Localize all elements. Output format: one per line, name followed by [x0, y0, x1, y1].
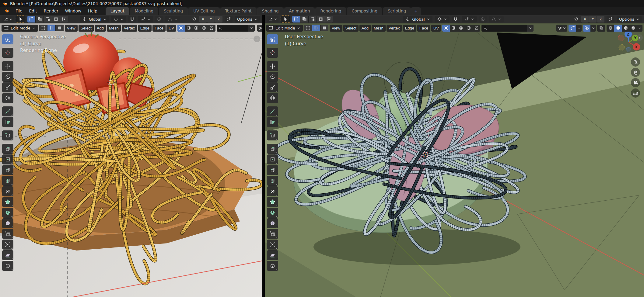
- snap-toggle[interactable]: [452, 16, 460, 22]
- viewport-menu[interactable]: Vertex: [387, 25, 402, 32]
- select-subtract-button[interactable]: [309, 16, 317, 22]
- mirror-z-button[interactable]: Z: [597, 16, 604, 22]
- tool-knife[interactable]: [267, 186, 278, 196]
- vertex-select-button[interactable]: [39, 25, 47, 31]
- tool-annotate[interactable]: [267, 106, 278, 116]
- viewport-menu[interactable]: Add: [359, 25, 371, 32]
- viewport-menu[interactable]: Select: [343, 25, 359, 32]
- select-extend-button[interactable]: [36, 16, 44, 22]
- framed-square-button[interactable]: [177, 25, 185, 32]
- search-input[interactable]: [488, 26, 525, 30]
- object-visibility-dropdown[interactable]: [556, 25, 567, 32]
- viewport-menu[interactable]: Mesh: [107, 25, 121, 32]
- viewport-menu[interactable]: View: [65, 25, 78, 32]
- show-gizmo-toggle[interactable]: [569, 25, 576, 32]
- workspace-tab[interactable]: Layout: [106, 7, 129, 15]
- tool-inset-faces[interactable]: [267, 154, 278, 164]
- proportional-editing-toggle[interactable]: [155, 16, 163, 22]
- workspace-tab[interactable]: Modeling: [130, 7, 158, 15]
- tool-smooth[interactable]: [2, 218, 13, 228]
- edge-select-button[interactable]: [47, 25, 55, 31]
- viewport-menu[interactable]: Edge: [138, 25, 152, 32]
- face-select-button[interactable]: [320, 25, 328, 31]
- menubar-menu[interactable]: Render: [40, 7, 62, 15]
- viewport-menu[interactable]: UV: [166, 25, 176, 32]
- viewport-menu[interactable]: Edge: [403, 25, 416, 32]
- snap-base-button[interactable]: [607, 16, 614, 22]
- zoom-button[interactable]: [631, 57, 640, 67]
- search-input[interactable]: [224, 26, 247, 30]
- workspace-tab[interactable]: Scripting: [383, 7, 411, 15]
- face-select-button[interactable]: [56, 25, 64, 31]
- orientation-dropdown[interactable]: Global: [80, 16, 109, 22]
- options-dropdown[interactable]: Options: [617, 16, 642, 22]
- viewport-menu[interactable]: View: [330, 25, 342, 32]
- workspace-tab[interactable]: Shading: [257, 7, 284, 15]
- viewport-menu[interactable]: Mesh: [372, 25, 386, 32]
- tool-settings-dropdown[interactable]: [267, 16, 278, 22]
- sidebar-collapse-button[interactable]: [254, 36, 260, 42]
- tool-extrude-region[interactable]: [2, 144, 13, 154]
- mirror-x-button[interactable]: X: [199, 16, 207, 22]
- tool-shrink-fatten[interactable]: [2, 240, 13, 250]
- menubar-menu[interactable]: Edit: [26, 7, 40, 15]
- tool-shear[interactable]: [2, 250, 13, 260]
- workspace-tab[interactable]: Texture Paint: [220, 7, 257, 15]
- tool-select-box[interactable]: [267, 34, 278, 44]
- pivot-dropdown[interactable]: [111, 16, 126, 22]
- tool-cursor[interactable]: [267, 48, 278, 58]
- workspace-tab[interactable]: Animation: [284, 7, 315, 15]
- pan-button[interactable]: [631, 68, 640, 77]
- workspace-tab[interactable]: Sculpting: [159, 7, 188, 15]
- mode-dropdown[interactable]: Edit Mode: [2, 25, 38, 32]
- tool-measure[interactable]: [2, 117, 13, 127]
- viewport-search[interactable]: [217, 25, 248, 32]
- brush-button[interactable]: [208, 25, 215, 32]
- neg-y-axis-ball[interactable]: [619, 44, 625, 50]
- tool-cursor[interactable]: [2, 48, 13, 58]
- falloff-dropdown[interactable]: [165, 16, 180, 22]
- edge-select-button[interactable]: [312, 25, 320, 31]
- tool-select-box[interactable]: [2, 34, 13, 44]
- mirror-z-button[interactable]: Z: [215, 16, 222, 22]
- mirror-y-button[interactable]: Y: [589, 16, 597, 22]
- tool-rip-region[interactable]: [2, 261, 13, 271]
- menubar-menu[interactable]: Window: [62, 7, 85, 15]
- viewport-search[interactable]: [481, 25, 527, 32]
- tool-spin[interactable]: [2, 208, 13, 218]
- snap-target-dropdown[interactable]: [462, 16, 477, 22]
- tool-scale[interactable]: [267, 82, 278, 92]
- tool-loop-cut[interactable]: [2, 176, 13, 186]
- tool-bevel[interactable]: [267, 165, 278, 175]
- mirror-x-button[interactable]: X: [581, 16, 589, 22]
- tool-loop-cut[interactable]: [267, 176, 278, 186]
- tool-move[interactable]: [267, 61, 278, 71]
- tool-settings-dropdown[interactable]: [2, 16, 14, 22]
- tool-spin[interactable]: [267, 208, 278, 218]
- select-invert-button[interactable]: [52, 16, 60, 22]
- hdri-globe-button[interactable]: [200, 25, 208, 32]
- tool-rotate[interactable]: [267, 72, 278, 82]
- mode-dropdown[interactable]: Edit Mode: [266, 25, 303, 32]
- search-dropdown-button[interactable]: [527, 25, 534, 32]
- tool-measure[interactable]: [267, 117, 278, 127]
- rendered-shading-button[interactable]: [629, 25, 637, 32]
- neg-x-axis-ball[interactable]: [618, 35, 624, 41]
- tool-edge-slide[interactable]: [2, 229, 13, 239]
- matcap-sphere-button[interactable]: [193, 25, 200, 32]
- hdri-globe-button[interactable]: [465, 25, 473, 32]
- shading-dropdown[interactable]: [637, 25, 642, 32]
- mirror-y-button[interactable]: Y: [207, 16, 215, 22]
- tool-scale[interactable]: [2, 82, 13, 92]
- active-tool-button[interactable]: [281, 16, 290, 23]
- viewport-menu[interactable]: Select: [79, 25, 94, 32]
- snap-toggle[interactable]: [128, 16, 136, 22]
- xray-toggle[interactable]: [597, 25, 605, 32]
- neg-z-axis-ball[interactable]: [626, 47, 631, 52]
- select-intersect-button[interactable]: [60, 16, 68, 22]
- blender-menu-button[interactable]: [1, 7, 12, 15]
- tool-shear[interactable]: [267, 250, 278, 260]
- material-shading-button[interactable]: [622, 25, 629, 32]
- select-extend-button[interactable]: [300, 16, 308, 22]
- tool-transform[interactable]: [2, 93, 13, 103]
